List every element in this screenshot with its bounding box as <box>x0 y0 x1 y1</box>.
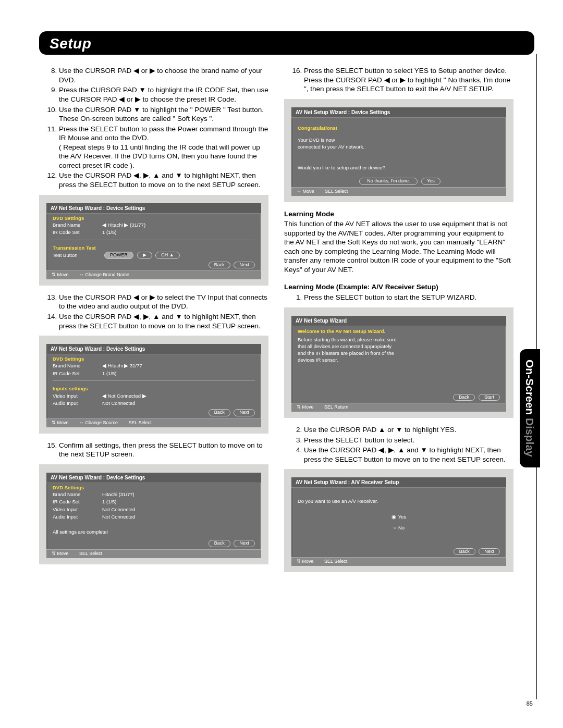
shot3-title: AV Net Setup Wizard : Device Settings <box>46 473 261 483</box>
back-button[interactable]: Back <box>209 540 230 547</box>
power-button[interactable]: POWER <box>104 252 133 259</box>
next-button[interactable]: Next <box>234 540 255 547</box>
step-12: Use the CURSOR PAD ◀, ▶, ▲ and ▼ to high… <box>59 171 268 189</box>
shot5-title: AV Net Setup Wizard <box>291 316 506 326</box>
shot1-title: AV Net Setup Wizard : Device Settings <box>46 203 261 214</box>
test-label: Test Button <box>53 252 102 258</box>
step-r4: Use the CURSOR PAD ◀, ▶, ▲ and ▼ to high… <box>304 446 513 464</box>
shot2-title: AV Net Setup Wizard : Device Settings <box>46 344 261 354</box>
start-button[interactable]: Start <box>479 394 500 401</box>
foot-move: ⇅ Move <box>297 559 314 564</box>
brand-label: Brand Name <box>53 363 102 369</box>
screenshot-2: AV Net Setup Wizard : Device Settings DV… <box>39 336 268 433</box>
learning-mode-title: Learning Mode <box>284 209 513 219</box>
shot1-sec2: Transmission Test <box>46 243 261 251</box>
complete-msg: All settings are complete! <box>46 527 261 538</box>
step-10-extra: These On-screen buttons are called " Sof… <box>59 115 214 122</box>
video-input-value: ◀ Not Connected ▶ <box>102 393 255 399</box>
ir-label: IR Code Set <box>53 229 102 236</box>
step-10: Use the CURSOR PAD ▼ to highlight the " … <box>59 105 268 124</box>
back-button[interactable]: Back <box>209 262 230 269</box>
ir-label: IR Code Set <box>53 371 102 377</box>
foot-select: SEL Select <box>325 189 348 194</box>
left-column: Use the CURSOR PAD ◀ or ▶ to choose the … <box>39 66 268 579</box>
steps-right-2-4: Use the CURSOR PAD ▲ or ▼ to highlight Y… <box>284 425 513 464</box>
audio-input-value: Not Connected <box>102 400 255 406</box>
shot1-sec1: DVD Settings <box>46 214 261 221</box>
ir-label: IR Code Set <box>53 499 102 505</box>
side-tab-a: On-Screen <box>524 360 536 415</box>
audio-input-value: Not Connected <box>102 514 255 520</box>
side-tab-b: Display <box>524 415 536 457</box>
learning-mode-body: This function of the AV NET allows the u… <box>284 219 513 274</box>
foot-return: SEL Return <box>324 404 348 410</box>
video-input-value: Not Connected <box>102 507 255 513</box>
brand-value: ◀ Hitachi ▶ 31/77 <box>102 363 255 369</box>
next-button[interactable]: Next <box>234 409 255 416</box>
no-thanks-button[interactable]: No thanks, I'm done. <box>359 178 418 185</box>
no-option[interactable]: ○No <box>291 522 506 533</box>
steps-13-14: Use the CURSOR PAD ◀ or ▶ to select the … <box>39 293 268 330</box>
ir-value: 1 (1/5) <box>102 229 255 236</box>
line2: Your DVD is now <box>291 137 506 144</box>
ir-value: 1 (1/5) <box>102 371 255 377</box>
page-header: Setup <box>39 31 534 55</box>
brand-value: ◀ Hitachi ▶ (31/77) <box>102 222 255 228</box>
step-r1: Press the SELECT button to start the SET… <box>304 293 513 302</box>
step-11: Press the SELECT button to pass the Powe… <box>59 125 268 170</box>
line-c: and the IR blasters are placed in front … <box>291 350 506 357</box>
play-button[interactable]: ▶ <box>137 252 152 259</box>
learning-example-title: Learning Mode (Example: A/V Receiver Set… <box>284 282 513 292</box>
shot3-sec1: DVD Settings <box>46 483 261 491</box>
steps-15: Confirm all settings, then press the SEL… <box>39 441 268 459</box>
foot-change: ↔ Change Source <box>79 420 118 425</box>
screenshot-6: AV Net Setup Wizard : A/V Receiver Setup… <box>284 469 513 572</box>
foot-change: ↔ Change Brand Name <box>79 272 129 277</box>
foot-select: SEL Select <box>324 559 347 564</box>
line-d: devices IR sensor. <box>291 357 506 366</box>
question: Would you like to setup another device? <box>291 163 506 174</box>
step-11-extra: ( Repeat steps 9 to 11 until finding the… <box>59 143 260 169</box>
video-input-label: Video Input <box>53 393 102 399</box>
step-15: Confirm all settings, then press the SEL… <box>59 441 268 459</box>
line3: connected to your AV network. <box>291 144 506 153</box>
shot4-title: AV Net Setup Wizard : Device Settings <box>291 107 506 118</box>
foot-move: ⇅ Move <box>297 404 314 410</box>
step-8: Use the CURSOR PAD ◀ or ▶ to choose the … <box>59 66 268 84</box>
video-input-label: Video Input <box>53 507 102 513</box>
screenshot-1: AV Net Setup Wizard : Device Settings DV… <box>39 195 268 286</box>
foot-select: SEL Select <box>129 420 152 425</box>
audio-input-label: Audio Input <box>53 400 102 406</box>
shot6-title: AV Net Setup Wizard : A/V Receiver Setup <box>291 477 506 488</box>
ch-up-button[interactable]: CH ▲ <box>155 252 179 259</box>
welcome: Welcome to the AV Net Setup Wizard. <box>291 326 506 337</box>
back-button[interactable]: Back <box>454 548 475 556</box>
foot-move: ⇅ Move <box>52 420 69 425</box>
screenshot-4: AV Net Setup Wizard : Device Settings Co… <box>284 99 513 202</box>
line-b: that all devices are connected appropiat… <box>291 343 506 350</box>
back-button[interactable]: Back <box>453 394 475 401</box>
yes-option[interactable]: ◉Yes <box>291 511 506 522</box>
step-10-text: Use the CURSOR PAD ▼ to highlight the " … <box>59 106 264 114</box>
next-button[interactable]: Next <box>234 262 255 269</box>
foot-move: ⇅ Move <box>52 551 69 556</box>
ir-value: 1 (1/5) <box>102 499 255 505</box>
steps-16: Press the SELECT button to select YES to… <box>284 66 513 94</box>
right-column: Press the SELECT button to select YES to… <box>284 66 513 579</box>
foot-select: SEL Select <box>79 551 102 556</box>
yes-button[interactable]: Yes <box>421 178 440 185</box>
congrats: Congratulations! <box>291 123 506 134</box>
screenshot-3: AV Net Setup Wizard : Device Settings DV… <box>39 464 268 564</box>
page-number: 85 <box>527 700 533 707</box>
steps-right-1: Press the SELECT button to start the SET… <box>284 293 513 302</box>
step-r2: Use the CURSOR PAD ▲ or ▼ to highlight Y… <box>304 425 513 435</box>
step-16: Press the SELECT button to select YES to… <box>304 66 513 94</box>
screenshot-5: AV Net Setup Wizard Welcome to the AV Ne… <box>284 307 513 418</box>
next-button[interactable]: Next <box>479 548 500 556</box>
step-r3: Press the SELECT button to select. <box>304 436 513 445</box>
brand-value: Hitachi (31/77) <box>102 491 255 498</box>
back-button[interactable]: Back <box>209 409 230 416</box>
step-9: Press the CURSOR PAD ▼ to highlight the … <box>59 85 268 104</box>
foot-move: ⇅ Move <box>52 272 69 277</box>
audio-input-label: Audio Input <box>53 514 102 520</box>
